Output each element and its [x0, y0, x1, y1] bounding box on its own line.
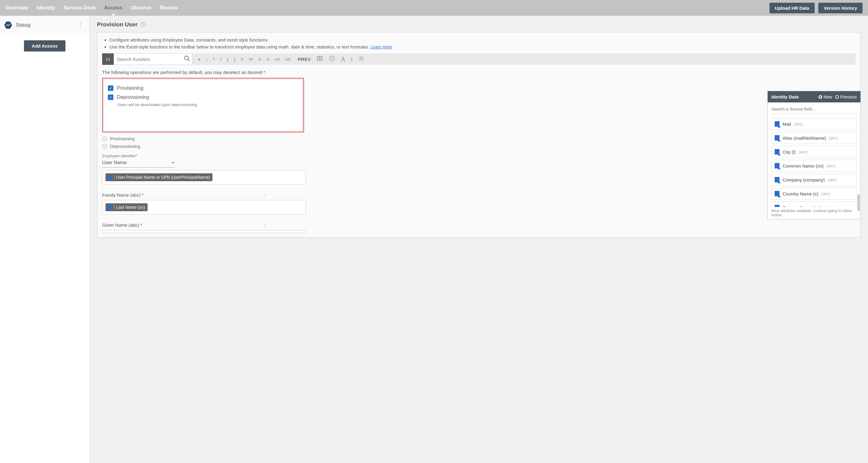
chevron-down-icon: ▼	[171, 161, 175, 165]
employee-identifier-select[interactable]: User Name ▼	[102, 158, 175, 167]
svg-point-10	[359, 56, 364, 61]
source-icon	[775, 191, 779, 196]
text-icon[interactable]: A	[341, 55, 345, 63]
family-name-label: Family Name (abc) *	[102, 192, 144, 197]
field-mail[interactable]: Mail(abc)	[771, 118, 857, 130]
given-name-token-input[interactable]	[102, 230, 306, 233]
deprovisioning-label: Deprovisioning	[117, 95, 149, 100]
source-icon	[775, 121, 779, 127]
expand-provisioning[interactable]: – Provisioning	[102, 136, 856, 141]
operator-bar: + - * / ( ) = != > < <= >= PREV	[192, 55, 370, 63]
nav-tabs: Overview Identity Service Desk Access Ob…	[5, 1, 770, 15]
op-lparen[interactable]: (	[227, 57, 228, 62]
op-plus[interactable]: +	[198, 57, 200, 62]
page-title: Provision User	[97, 21, 137, 28]
upn-chip[interactable]: User Principal Name or UPN (userPrincipa…	[105, 173, 213, 181]
info-line-2: Use the Excel-style functions in the too…	[110, 43, 856, 51]
collapse-icon: –	[102, 136, 107, 141]
deprovisioning-note: Users will be deactivated upon deprovisi…	[117, 102, 298, 107]
svg-point-11	[361, 58, 363, 59]
identity-panel-title: Identity Data	[771, 94, 815, 99]
collapse-icon: –	[102, 144, 107, 149]
identity-field-list[interactable]: Mail(abc) Alias (mailNickName)(abc) City…	[768, 116, 861, 207]
function-search[interactable]	[114, 53, 192, 65]
clock-icon[interactable]	[329, 55, 335, 63]
provisioning-label: Provisioning	[117, 86, 143, 91]
op-gte[interactable]: >=	[285, 57, 291, 62]
source-icon	[775, 205, 779, 207]
op-neq[interactable]: !=	[249, 57, 253, 62]
operations-instruction: The following operations are performed b…	[102, 70, 856, 75]
search-icon[interactable]	[184, 55, 190, 63]
tab-observe[interactable]: Observe	[131, 1, 152, 15]
op-div[interactable]: /	[220, 57, 221, 62]
info-icon[interactable]: i	[351, 56, 353, 63]
source-icon	[775, 149, 779, 155]
identity-data-panel: Identity Data New Previous Mail(abc) Ali…	[767, 91, 861, 219]
field-common-name[interactable]: Common Name (cn)(abc)	[771, 160, 857, 172]
prev-button[interactable]: PREV	[298, 57, 311, 62]
source-icon	[108, 175, 112, 179]
function-search-input[interactable]	[114, 54, 192, 64]
kebab-menu-icon[interactable]: ⋮	[75, 22, 85, 29]
tab-overview[interactable]: Overview	[5, 1, 29, 15]
info-line-1: Configure attributes using Employee Data…	[110, 37, 856, 43]
expand-provisioning-label: Provisioning	[110, 136, 135, 141]
lastname-chip[interactable]: Last Name (sn)	[105, 203, 148, 211]
grid-icon[interactable]	[316, 55, 323, 63]
source-icon	[775, 177, 779, 182]
nav-buttons: Upload HR Data Version History	[770, 3, 863, 13]
field-country-co[interactable]: Country Name (co)(abc)	[771, 202, 857, 207]
field-city[interactable]: City (l)(abc)	[771, 146, 857, 158]
op-eq[interactable]: =	[241, 57, 244, 62]
top-nav: Overview Identity Service Desk Access Ob…	[0, 0, 868, 16]
colon-separator: :	[265, 222, 266, 227]
add-access-button[interactable]: Add Access	[24, 40, 65, 52]
upn-chip-label: User Principal Name or UPN (userPrincipa…	[114, 175, 210, 180]
expand-deprovisioning[interactable]: – Deprovisioning	[102, 144, 856, 149]
op-mult[interactable]: *	[213, 57, 215, 62]
provisioning-checkbox[interactable]	[108, 86, 113, 91]
field-company[interactable]: Company (company)(abc)	[771, 174, 857, 186]
learn-more-link[interactable]: Learn more	[370, 44, 392, 50]
op-gt[interactable]: >	[258, 57, 261, 62]
upload-hr-data-button[interactable]: Upload HR Data	[770, 3, 815, 13]
radio-new[interactable]: New	[818, 95, 832, 99]
more-attributes-note: More attributes available, continue typi…	[768, 207, 861, 219]
function-toolbar: ƒx + - * / ( ) = != > <	[102, 53, 856, 65]
version-history-button[interactable]: Version History	[818, 3, 863, 13]
sidebar: Statsig ⋮ Add Access	[0, 16, 90, 463]
op-minus[interactable]: -	[206, 57, 208, 62]
upn-token-input[interactable]: User Principal Name or UPN (userPrincipa…	[102, 170, 306, 185]
family-name-token-input[interactable]: Last Name (sn)	[102, 200, 306, 215]
tab-access[interactable]: Access	[104, 1, 122, 15]
fx-icon: ƒx	[102, 53, 114, 65]
tab-service-desk[interactable]: Service Desk	[64, 1, 96, 15]
settings-icon[interactable]	[358, 55, 365, 63]
svg-line-1	[188, 59, 190, 61]
employee-identifier-value: User Name	[102, 160, 127, 165]
tab-review[interactable]: Review	[160, 1, 178, 15]
field-alias[interactable]: Alias (mailNickName)(abc)	[771, 132, 857, 144]
app-logo-icon	[4, 21, 12, 29]
lastname-chip-label: Last Name (sn)	[114, 205, 145, 210]
deprovisioning-checkbox[interactable]	[108, 95, 113, 100]
identity-search-input[interactable]	[771, 105, 857, 114]
source-icon	[108, 205, 112, 209]
source-icon	[775, 163, 779, 168]
svg-line-9	[332, 59, 333, 59]
op-lte[interactable]: <=	[275, 57, 280, 62]
app-row[interactable]: Statsig ⋮	[0, 16, 89, 35]
colon-separator: :	[265, 192, 266, 197]
field-country-c[interactable]: Country Name (c)(abc)	[771, 188, 857, 200]
svg-point-0	[185, 56, 188, 60]
main-content: Provision User ? Configure attributes us…	[90, 16, 868, 463]
op-lt[interactable]: <	[267, 57, 269, 62]
op-rparen[interactable]: )	[234, 57, 236, 62]
scrollbar-thumb[interactable]	[858, 194, 860, 211]
tab-identity[interactable]: Identity	[37, 1, 55, 15]
expand-deprovisioning-label: Deprovisioning	[110, 144, 140, 149]
help-icon[interactable]: ?	[141, 22, 146, 27]
employee-identifier-label: Employee Identifier*	[102, 154, 856, 158]
radio-previous[interactable]: Previous	[835, 95, 857, 99]
